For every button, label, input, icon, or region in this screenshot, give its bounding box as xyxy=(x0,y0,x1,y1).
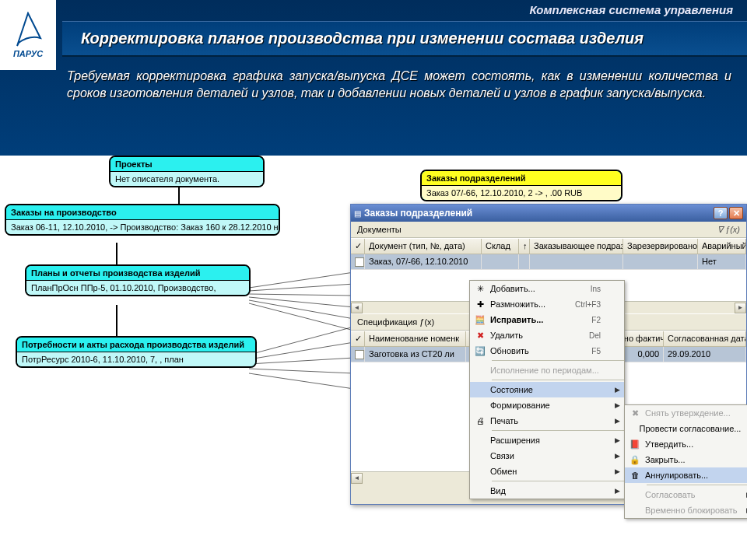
menu-item-label: Аннулировать... xyxy=(645,471,746,480)
context-menu-item[interactable]: ✳Добавить...Ins xyxy=(470,281,624,296)
help-button[interactable]: ? xyxy=(714,207,728,219)
menu-separator xyxy=(492,380,624,380)
menu-item-label: Утвердить... xyxy=(645,439,746,449)
col-check[interactable]: ✓ xyxy=(351,239,365,254)
menu-item-label: Согласовать xyxy=(645,490,746,499)
svg-line-12 xyxy=(249,369,354,373)
menu-item-icon: 📕 xyxy=(625,439,645,450)
documents-label: Документы xyxy=(357,225,402,234)
context-menu-item: Исполнение по периодам... xyxy=(470,362,624,378)
row-checkbox[interactable] xyxy=(355,257,364,267)
documents-section-header: Документы ∇ ƒ(x) xyxy=(351,222,746,238)
menu-item-icon: 🗑 xyxy=(625,471,645,480)
col-requester[interactable]: Заказывающее подразд xyxy=(530,239,623,254)
context-submenu[interactable]: ✖Снять утверждение...Провести согласован… xyxy=(624,404,747,519)
menu-item-label: Провести согласование... xyxy=(640,424,747,433)
node-title: Заказы подразделений xyxy=(422,171,621,186)
table-row[interactable]: Заказ, 07/-66, 12.10.2010 Нет xyxy=(351,254,746,270)
menu-item-label: Удалить xyxy=(490,331,589,340)
submenu-arrow-icon: ▶ xyxy=(615,401,624,409)
menu-item-icon: 🖨 xyxy=(470,416,490,425)
submenu-arrow-icon: ▶ xyxy=(615,452,624,460)
system-name: Комплексная система управления xyxy=(0,0,747,16)
node-projects: Проекты Нет описателя документа. xyxy=(109,156,265,187)
menu-item-label: Формирование xyxy=(490,401,615,410)
menu-item-label: Снять утверждение... xyxy=(645,408,746,418)
submenu-item[interactable]: Провести согласование... xyxy=(625,421,747,436)
node-plans: Планы и отчеты производства изделий План… xyxy=(25,264,251,296)
context-menu-item[interactable]: Расширения▶ xyxy=(470,432,624,448)
col-emergency[interactable]: Аварийный заказ xyxy=(698,239,746,254)
menu-item-icon: 🔄 xyxy=(470,346,490,356)
submenu-item[interactable]: 📕Утвердить... xyxy=(625,436,747,452)
title-bar: Корректировка планов производства при из… xyxy=(62,21,747,57)
col-sklad[interactable]: Склад xyxy=(482,239,519,254)
window-title-text: Заказы подразделений xyxy=(361,208,712,219)
submenu-arrow-icon: ▶ xyxy=(615,386,624,394)
spec-label: Спецификация xyxy=(357,317,417,327)
menu-item-shortcut: Ctrl+F3 xyxy=(575,300,615,309)
window-titlebar[interactable]: ▤ Заказы подразделений ? ✕ xyxy=(351,205,746,222)
submenu-item[interactable]: 🗑Аннулировать... xyxy=(625,467,747,483)
context-menu-item[interactable]: Состояние▶ xyxy=(470,382,624,397)
context-menu-item[interactable]: Связи▶ xyxy=(470,448,624,464)
context-menu-item[interactable]: 🖨Печать▶ xyxy=(470,413,624,429)
svg-line-8 xyxy=(249,303,354,331)
intro-text: Требуемая корректировка графика запуска/… xyxy=(67,68,731,101)
col-check[interactable]: ✓ xyxy=(351,331,365,347)
scroll-left-icon[interactable]: ◄ xyxy=(351,473,363,484)
close-button[interactable]: ✕ xyxy=(729,207,743,219)
col-nomen[interactable]: Наименование номенк xyxy=(365,331,466,347)
col-reserved[interactable]: Зарезервировано до xyxy=(623,239,698,254)
menu-item-label: Исправить... xyxy=(490,315,591,324)
context-menu-item[interactable]: 🔄ОбновитьF5 xyxy=(470,343,624,359)
node-title: Планы и отчеты производства изделий xyxy=(26,266,249,281)
context-menu-item[interactable]: Вид▶ xyxy=(470,483,624,499)
context-menu[interactable]: ✳Добавить...Ins✚Размножить...Ctrl+F3🧮Исп… xyxy=(469,280,625,499)
cell-emerg: Нет xyxy=(698,254,746,270)
cell-date: 29.09.2010 xyxy=(664,347,746,362)
menu-item-label: Состояние xyxy=(490,385,615,394)
parus-sail-icon xyxy=(12,12,44,49)
submenu-item: ✖Снять утверждение... xyxy=(625,405,747,421)
svg-line-5 xyxy=(249,294,354,296)
menu-item-icon: ✚ xyxy=(470,299,490,310)
menu-item-label: Исполнение по периодам... xyxy=(490,366,615,375)
fx-button-spec[interactable]: ƒ(x) xyxy=(419,317,434,327)
menu-item-label: Обмен xyxy=(490,467,615,476)
node-body: ПотрРесурс 2010-6, 11.10.2010, 7, , план xyxy=(17,352,255,366)
node-body: Нет описателя документа. xyxy=(110,172,263,186)
context-menu-item[interactable]: 🧮Исправить...F2 xyxy=(470,312,624,327)
svg-line-9 xyxy=(249,327,354,355)
svg-line-3 xyxy=(249,272,354,288)
window-icon: ▤ xyxy=(354,209,361,218)
submenu-item[interactable]: 🔒Закрыть... xyxy=(625,452,747,467)
fx-button[interactable]: ∇ ƒ(x) xyxy=(717,225,740,235)
logo-text: ПАРУС xyxy=(13,49,43,58)
node-needs: Потребности и акты расхода производства … xyxy=(16,336,257,368)
submenu-arrow-icon: ▶ xyxy=(615,487,624,495)
context-menu-item[interactable]: ✖УдалитьDel xyxy=(470,327,624,343)
col-sort[interactable]: ↑ xyxy=(519,239,530,254)
menu-item-label: Связи xyxy=(490,451,615,460)
row-checkbox[interactable] xyxy=(355,350,364,359)
menu-separator xyxy=(492,481,624,481)
scroll-right-icon[interactable]: ► xyxy=(735,303,746,313)
submenu-arrow-icon: ▶ xyxy=(615,417,624,425)
submenu-arrow-icon: ▶ xyxy=(615,467,624,475)
context-menu-item[interactable]: Формирование▶ xyxy=(470,397,624,413)
node-prod-orders: Заказы на производство Заказ 06-11, 12.1… xyxy=(5,204,280,236)
svg-line-10 xyxy=(249,342,354,359)
node-dept-orders: Заказы подразделений Заказ 07/-66, 12.10… xyxy=(420,170,622,201)
menu-item-icon: 🧮 xyxy=(470,315,490,325)
col-doc[interactable]: Документ (тип, №, дата) xyxy=(365,239,482,254)
col-date[interactable]: Согласованная дата и xyxy=(664,331,746,347)
node-title: Заказы на производство xyxy=(6,205,279,220)
presentation-header: ПАРУС Комплексная система управления Кор… xyxy=(0,0,747,156)
menu-separator xyxy=(492,430,624,431)
context-menu-item[interactable]: ✚Размножить...Ctrl+F3 xyxy=(470,296,624,312)
scroll-left-icon[interactable]: ◄ xyxy=(351,303,363,313)
menu-item-label: Расширения xyxy=(490,436,615,445)
context-menu-item[interactable]: Обмен▶ xyxy=(470,464,624,479)
menu-item-icon: 🔒 xyxy=(625,455,645,465)
